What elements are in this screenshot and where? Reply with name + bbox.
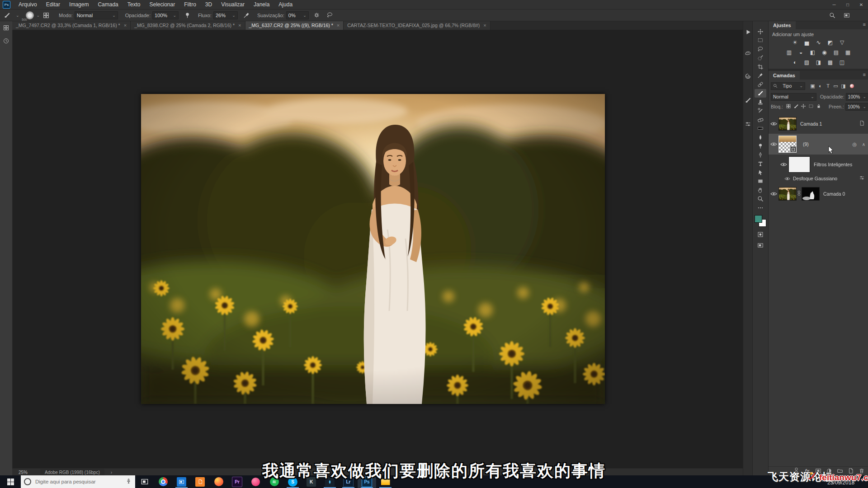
layer-name[interactable]: Camada 1 <box>800 121 822 127</box>
posterize-icon[interactable]: ▧ <box>802 59 811 66</box>
menu-selecionar[interactable]: Selecionar <box>145 0 179 9</box>
maximize-button[interactable]: □ <box>841 0 854 9</box>
smart-filter-toggle-icon[interactable]: ◎ <box>852 141 857 147</box>
menu-visualizar[interactable]: Visualizar <box>217 0 249 9</box>
panel-menu-icon[interactable]: ≡ <box>863 72 866 77</box>
smart-object-thumbnail[interactable] <box>778 136 797 153</box>
brush-angle-icon[interactable] <box>326 12 333 19</box>
menu-camada[interactable]: Camada <box>93 0 123 9</box>
lock-position-icon[interactable] <box>800 103 807 110</box>
gradient-tool[interactable] <box>755 124 766 133</box>
lock-pixels-icon[interactable] <box>793 103 800 110</box>
invert-icon[interactable]: ◐ <box>791 59 800 66</box>
layer-name-smart[interactable]: (9) <box>803 141 809 147</box>
actions-play-icon[interactable] <box>745 29 751 35</box>
smoothing-options-gear-icon[interactable] <box>313 12 320 19</box>
document-tab-2[interactable]: _MG_8398.CR2 @ 25% (Camada 2, RGB/16) *× <box>131 21 245 30</box>
zoom-tool[interactable] <box>755 195 766 204</box>
menu-ajuda[interactable]: Ajuda <box>274 0 297 9</box>
lock-transparency-icon[interactable] <box>785 103 793 110</box>
tab-close-icon[interactable]: × <box>124 23 127 28</box>
history-brush-tool[interactable] <box>755 107 766 116</box>
rectangular-marquee-tool[interactable] <box>755 36 766 45</box>
menu-editar[interactable]: Editar <box>42 0 65 9</box>
layers-tab[interactable]: Camadas <box>769 71 800 80</box>
toggle-brush-panel-icon[interactable] <box>42 12 50 19</box>
blur-tool[interactable] <box>755 133 766 142</box>
workspace-switcher-icon[interactable] <box>844 12 850 19</box>
pressure-opacity-icon[interactable] <box>184 12 191 19</box>
gradient-map-icon[interactable]: ▩ <box>826 59 835 66</box>
libraries-icon[interactable] <box>745 50 751 56</box>
pen-tool[interactable] <box>755 150 766 160</box>
hue-saturation-icon[interactable]: ▥ <box>785 49 794 56</box>
lock-artboard-icon[interactable] <box>807 103 815 110</box>
smart-object-filter-icon[interactable]: ◨ <box>840 83 847 89</box>
collapse-smart-filters-icon[interactable]: ∧ <box>862 142 865 147</box>
layer-row-camada-1[interactable]: Camada 1 <box>769 114 868 134</box>
eraser-tool[interactable] <box>755 115 766 124</box>
layer-badge-icon[interactable] <box>859 120 865 128</box>
opacity-select[interactable]: 100%⌄ <box>152 11 179 19</box>
brush-presets-icon[interactable] <box>745 97 751 103</box>
filter-blend-options-icon[interactable] <box>859 174 865 183</box>
tab-close-icon[interactable]: × <box>483 23 486 28</box>
foreground-color-swatch[interactable] <box>755 215 762 223</box>
rectangle-tool[interactable] <box>755 177 766 186</box>
brush-picker-dropdown-icon[interactable]: ⌄ <box>37 13 40 18</box>
close-button[interactable]: ✕ <box>854 0 868 9</box>
menu-imagem[interactable]: Imagem <box>65 0 93 9</box>
vibrance-icon[interactable]: ▽ <box>838 39 847 46</box>
move-tool[interactable] <box>755 27 766 36</box>
canvas-pasteboard[interactable] <box>12 30 743 468</box>
menu-arquivo[interactable]: Arquivo <box>14 0 42 9</box>
rotate-view-panel-icon[interactable] <box>3 38 9 44</box>
layer-row-smart-object-selected[interactable]: (9) ◎ ∧ <box>769 134 868 155</box>
document-tab-4[interactable]: CARTAZ-SEM-TEXTO_IDEAFIXA_025.jpg @ 66,7… <box>344 21 491 30</box>
quick-mask-button[interactable] <box>755 230 766 239</box>
brightness-contrast-icon[interactable]: ☀ <box>791 39 800 46</box>
photo-filter-icon[interactable]: ◉ <box>820 49 829 56</box>
lock-all-icon[interactable] <box>815 103 822 110</box>
hand-tool[interactable] <box>755 186 766 195</box>
crop-tool[interactable] <box>755 62 766 71</box>
path-selection-tool[interactable] <box>755 168 766 177</box>
menu-texto[interactable]: Texto <box>123 0 145 9</box>
visibility-eye-icon[interactable] <box>782 177 792 181</box>
spot-healing-brush-tool[interactable] <box>755 80 766 89</box>
blend-mode-select[interactable]: Normal⌄ <box>75 11 118 19</box>
layer-row-smart-filters[interactable]: Filtros Inteligentes <box>769 155 868 174</box>
visibility-eye-icon[interactable] <box>769 192 778 196</box>
color-lookup-icon[interactable]: ▦ <box>844 49 853 56</box>
flow-select[interactable]: 26%⌄ <box>213 11 238 19</box>
layer-mask-thumbnail[interactable] <box>802 187 820 201</box>
layer-opacity-select[interactable]: 100%⌄ <box>846 93 868 101</box>
grid-panel-icon[interactable] <box>3 24 9 31</box>
tab-close-icon[interactable]: × <box>238 23 241 28</box>
photo-sunflower-field[interactable] <box>141 94 605 404</box>
brush-tool-selected[interactable] <box>755 89 766 98</box>
smart-filter-mask-thumbnail[interactable] <box>788 156 810 173</box>
exposure-icon[interactable]: ◩ <box>826 39 835 46</box>
smoothing-select[interactable]: 0%⌄ <box>286 11 309 19</box>
visibility-eye-icon[interactable] <box>778 162 788 167</box>
tool-preset-dropdown-icon[interactable]: ⌄ <box>16 13 19 18</box>
eyedropper-tool[interactable] <box>755 71 766 80</box>
airbrush-icon[interactable] <box>243 12 250 19</box>
document-tab-3-active[interactable]: _MG_6337.CR2 @ 25% ((9), RGB/16) *× <box>245 21 344 30</box>
type-tool[interactable] <box>755 160 766 169</box>
search-icon[interactable] <box>829 12 835 19</box>
screen-mode-button[interactable] <box>755 241 766 250</box>
layer-name[interactable]: Filtros Inteligentes <box>814 162 852 167</box>
panel-menu-icon[interactable]: ≡ <box>863 22 866 27</box>
layer-row-camada-0[interactable]: Camada 0 <box>769 183 868 204</box>
black-white-icon[interactable]: ◧ <box>808 49 817 56</box>
layer-row-desfoque-gaussiano[interactable]: Desfoque Gaussiano <box>769 174 868 183</box>
brush-tool-icon[interactable] <box>4 12 10 19</box>
quick-selection-tool[interactable] <box>755 54 766 63</box>
mask-link-icon[interactable] <box>797 190 801 198</box>
menu-janela[interactable]: Janela <box>249 0 274 9</box>
lasso-tool[interactable] <box>755 45 766 54</box>
color-balance-icon[interactable]: ◒ <box>797 49 806 56</box>
clone-stamp-tool[interactable] <box>755 98 766 107</box>
